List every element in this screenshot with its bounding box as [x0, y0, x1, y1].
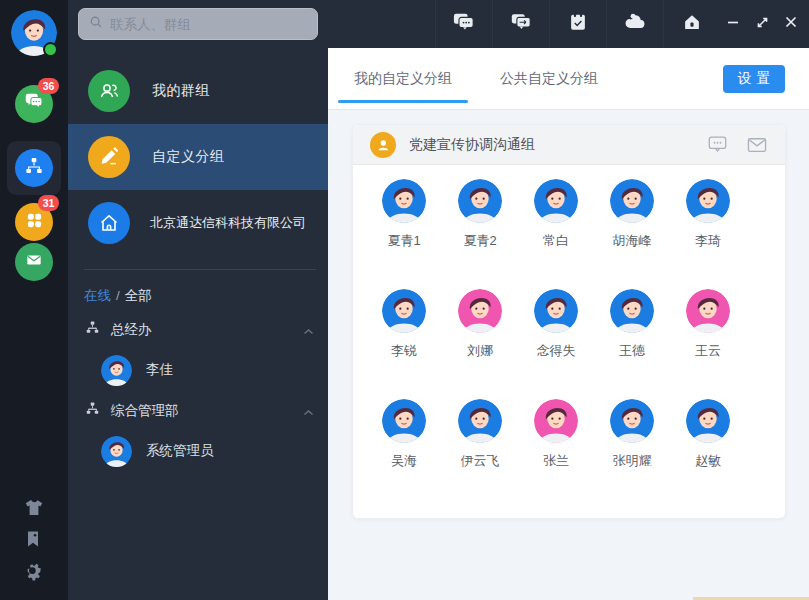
chat-unread-badge: 36: [38, 78, 59, 94]
group-member[interactable]: 王云: [670, 289, 746, 390]
presence-filter: 在线/全部: [68, 270, 328, 311]
search-input[interactable]: [110, 17, 307, 32]
tree-member[interactable]: 系统管理员: [68, 429, 328, 473]
tab-label: 公共自定义分组: [500, 70, 598, 88]
org-chart-icon: [85, 401, 100, 420]
search-icon: [89, 15, 110, 33]
group-member[interactable]: 刘娜: [442, 289, 518, 390]
group-member[interactable]: 夏青1: [366, 179, 442, 280]
group-member[interactable]: 王德: [594, 289, 670, 390]
mail-nav-button[interactable]: [15, 243, 53, 281]
toolbar-cloud-button[interactable]: [606, 0, 663, 48]
group-member[interactable]: 赵敏: [670, 399, 746, 500]
department-label: 综合管理部: [111, 402, 303, 420]
org-contacts-nav-button[interactable]: [15, 149, 53, 187]
online-status-dot: [43, 42, 58, 57]
group-member[interactable]: 念得失: [518, 289, 594, 390]
member-name: 张兰: [543, 452, 569, 470]
group-card: 党建宣传协调沟通组: [352, 124, 786, 519]
close-icon: [784, 15, 798, 33]
member-name: 胡海峰: [613, 232, 652, 250]
member-name: 王德: [619, 342, 645, 360]
tree-member[interactable]: 李佳: [68, 348, 328, 392]
tab-my-custom-groups[interactable]: 我的自定义分组: [352, 48, 454, 109]
cloud-icon: [622, 11, 648, 37]
member-name: 伊云飞: [461, 452, 500, 470]
group-member[interactable]: 张明耀: [594, 399, 670, 500]
member-avatar: [534, 179, 578, 223]
sidebar-item-custom-groups[interactable]: 自定义分组: [68, 124, 328, 190]
member-name: 念得失: [537, 342, 576, 360]
settings-gear-icon: [23, 568, 44, 585]
group-member[interactable]: 胡海峰: [594, 179, 670, 280]
group-chat-button[interactable]: [707, 135, 729, 155]
sidebar: 我的群组 自定义分组 北京通达信科科技有限公司 在线/全部 总经办: [68, 48, 328, 600]
settings-button-rail[interactable]: [23, 561, 45, 583]
org-tree: 总经办 李佳 综合管理部 系统管理员: [68, 311, 328, 473]
member-name: 刘娜: [467, 342, 493, 360]
sidebar-item-label: 我的群组: [152, 82, 210, 100]
member-name: 李琦: [695, 232, 721, 250]
sidebar-item-company[interactable]: 北京通达信科科技有限公司: [68, 190, 328, 256]
theme-button[interactable]: [23, 497, 45, 519]
sidebar-item-my-groups[interactable]: 我的群组: [68, 58, 328, 124]
bookmark-button[interactable]: [23, 529, 45, 551]
toolbar-messages-button[interactable]: [435, 0, 492, 48]
member-name: 常白: [543, 232, 569, 250]
sidebar-item-label: 自定义分组: [152, 148, 225, 166]
toolbar-tasks-button[interactable]: [549, 0, 606, 48]
org-chart-icon: [85, 320, 100, 339]
tab-bar: 我的自定义分组 公共自定义分组 设置: [328, 48, 809, 110]
chat-forward-icon: [508, 11, 534, 37]
department-label: 总经办: [111, 321, 303, 339]
minimize-button[interactable]: [719, 0, 747, 48]
member-name: 吴海: [391, 452, 417, 470]
member-name: 张明耀: [613, 452, 652, 470]
messages-icon: [23, 91, 45, 117]
group-avatar-icon: [370, 132, 396, 158]
toolbar-home-button[interactable]: [663, 0, 720, 48]
theme-shirt-icon: [23, 505, 45, 522]
group-member[interactable]: 吴海: [366, 399, 442, 500]
sidebar-item-label: 北京通达信科科技有限公司: [150, 214, 306, 232]
member-name: 夏青1: [387, 232, 420, 250]
chevron-up-icon[interactable]: [303, 321, 314, 339]
search-box[interactable]: [78, 8, 318, 40]
member-avatar: [382, 399, 426, 443]
tasks-check-icon: [567, 11, 589, 37]
org-chart-icon: [24, 156, 44, 180]
pencil-icon: [88, 136, 130, 178]
group-card-header: 党建宣传协调沟通组: [353, 125, 785, 165]
settings-button[interactable]: 设置: [723, 65, 785, 93]
member-avatar: [458, 289, 502, 333]
group-member[interactable]: 夏青2: [442, 179, 518, 280]
filter-all-link[interactable]: 全部: [125, 288, 152, 303]
maximize-button[interactable]: [748, 0, 776, 48]
member-avatar: [382, 289, 426, 333]
member-name: 夏青2: [463, 232, 496, 250]
group-title: 党建宣传协调沟通组: [409, 136, 535, 154]
group-member[interactable]: 李锐: [366, 289, 442, 390]
member-avatar: [534, 289, 578, 333]
filter-separator: /: [116, 288, 120, 303]
tab-public-custom-groups[interactable]: 公共自定义分组: [498, 48, 600, 109]
tree-department[interactable]: 总经办: [68, 311, 328, 348]
chevron-up-icon[interactable]: [303, 402, 314, 420]
tree-department[interactable]: 综合管理部: [68, 392, 328, 429]
title-bar: [68, 0, 809, 48]
group-member[interactable]: 李琦: [670, 179, 746, 280]
member-grid: 夏青1 夏青2 常白: [353, 165, 785, 518]
group-member[interactable]: 常白: [518, 179, 594, 280]
group-mail-button[interactable]: [746, 135, 768, 155]
filter-online-link[interactable]: 在线: [84, 288, 111, 303]
close-button[interactable]: [777, 0, 805, 48]
home-icon: [88, 202, 130, 244]
toolbar-forward-button[interactable]: [492, 0, 549, 48]
member-avatar: [101, 355, 132, 386]
member-avatar: [534, 399, 578, 443]
member-avatar: [610, 399, 654, 443]
group-member[interactable]: 张兰: [518, 399, 594, 500]
member-avatar: [101, 436, 132, 467]
group-member[interactable]: 伊云飞: [442, 399, 518, 500]
content-area: 党建宣传协调沟通组: [328, 110, 809, 519]
